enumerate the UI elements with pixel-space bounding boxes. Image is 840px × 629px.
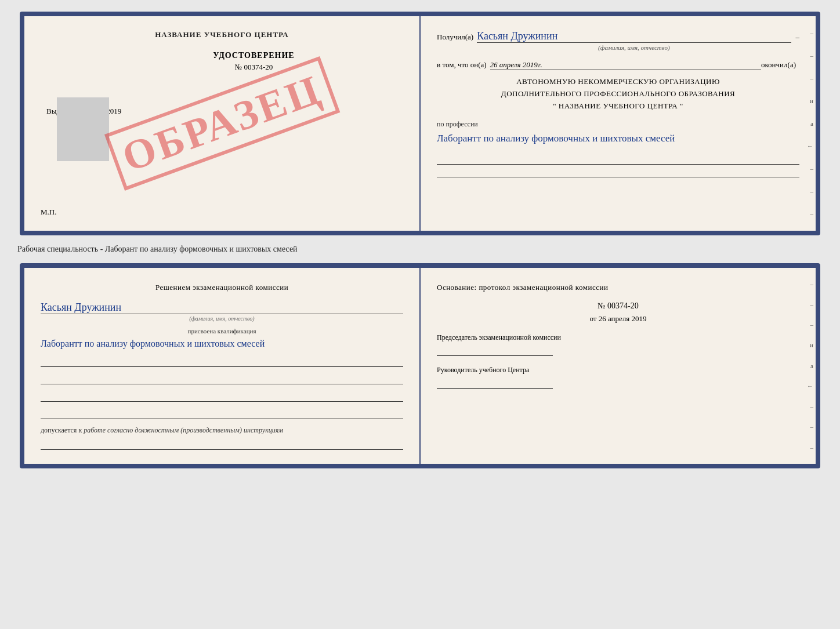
- prisvoena-label: присвоена квалификация: [41, 328, 403, 335]
- cert-school-title: НАЗВАНИЕ УЧЕБНОГО ЦЕНТРА: [41, 30, 403, 39]
- recipient-line: Получил(а) Касьян Дружинин (фамилия, имя…: [437, 30, 799, 51]
- protocol-date: от 26 апреля 2019: [437, 314, 799, 323]
- protocol-number: № 00374-20: [437, 301, 799, 311]
- commission-right-panel: Основание: протокол экзаменационной коми…: [421, 268, 816, 464]
- cert-number: № 00374-20: [104, 63, 403, 72]
- rukovoditel-title: Руководитель учебного Центра: [437, 365, 799, 375]
- right-line-2: [437, 167, 799, 177]
- cert-photo-placeholder: [57, 97, 109, 161]
- profession-block: по профессии Лаборантт по анализу формов…: [437, 120, 799, 146]
- vtom-line: в том, что он(а) 26 апреля 2019г. окончи…: [437, 60, 799, 70]
- rukovoditel-block: Руководитель учебного Центра: [437, 365, 799, 389]
- commission-name-line: Касьян Дружинин: [41, 301, 403, 314]
- edge-marks-right: – – – и а ← – – –: [798, 16, 816, 231]
- commission-title: Решением экзаменационной комиссии: [41, 282, 403, 293]
- chairman-block: Председатель экзаменационной комиссии: [437, 333, 799, 357]
- bottom-commission-card: Решением экзаменационной комиссии Касьян…: [20, 263, 820, 468]
- cert-center: УДОСТОВЕРЕНИЕ № 00374-20: [104, 51, 403, 72]
- cert-left-panel: НАЗВАНИЕ УЧЕБНОГО ЦЕНТРА УДОСТОВЕРЕНИЕ №…: [24, 16, 421, 231]
- bottom-line-4: [41, 409, 403, 419]
- vtom-date: 26 апреля 2019г.: [490, 60, 761, 70]
- org-line3: " НАЗВАНИЕ УЧЕБНОГО ЦЕНТРА ": [437, 100, 799, 112]
- protocol-date-prefix: от: [589, 314, 596, 323]
- chairman-title: Председатель экзаменационной комиссии: [437, 333, 799, 343]
- top-certificate-card: НАЗВАНИЕ УЧЕБНОГО ЦЕНТРА УДОСТОВЕРЕНИЕ №…: [20, 12, 820, 235]
- recipient-name: Касьян Дружинин: [477, 30, 791, 43]
- osnov-block: Основание: протокол экзаменационной коми…: [437, 282, 799, 389]
- org-name-block: АВТОНОМНУЮ НЕКОММЕРЧЕСКУЮ ОРГАНИЗАЦИЮ ДО…: [437, 76, 799, 112]
- profession-handwritten: Лаборантт по анализу формовочных и шихто…: [437, 131, 799, 146]
- okonchil-label: окончил(а): [761, 60, 796, 70]
- specialty-text: Рабочая специальность - Лаборант по анал…: [12, 245, 298, 254]
- bottom-line-1: [41, 357, 403, 367]
- name-subtext: (фамилия, имя, отчество): [477, 44, 791, 51]
- dopuskaetsya-text: работе согласно должностным (производств…: [84, 426, 283, 434]
- poluchil-label: Получил(а): [437, 32, 473, 42]
- bottom-edge-marks: – – – и а ← – – –: [798, 268, 816, 464]
- profession-label: по профессии: [437, 120, 799, 129]
- osnov-label: Основание: протокол экзаменационной коми…: [437, 282, 799, 293]
- commission-name: Касьян Дружинин: [41, 301, 121, 313]
- bottom-line-5: [41, 439, 403, 450]
- right-extra-lines: [437, 154, 799, 177]
- bottom-line-3: [41, 391, 403, 402]
- right-line-1: [437, 154, 799, 165]
- rukovoditel-sig-line: [437, 379, 553, 389]
- org-line2: ДОПОЛНИТЕЛЬНОГО ПРОФЕССИОНАЛЬНОГО ОБРАЗО…: [437, 88, 799, 100]
- dopuskaetsya-label: допускается к: [41, 426, 82, 434]
- commission-name-subtext: (фамилия, имя, отчество): [41, 315, 403, 322]
- cert-mp: М.П.: [41, 208, 403, 217]
- qualification-handwritten: Лаборантт по анализу формовочных и шихто…: [41, 337, 403, 351]
- vtom-label: в том, что он(а): [437, 60, 487, 70]
- bottom-line-2: [41, 374, 403, 384]
- commission-left-panel: Решением экзаменационной комиссии Касьян…: [24, 268, 421, 464]
- cert-udostoverenie-label: УДОСТОВЕРЕНИЕ: [104, 51, 403, 60]
- cert-right-panel: Получил(а) Касьян Дружинин (фамилия, имя…: [421, 16, 816, 231]
- bottom-extra-lines: [41, 357, 403, 419]
- chairman-sig-line: [437, 346, 553, 356]
- protocol-date-value: 26 апреля 2019: [599, 314, 647, 323]
- dopuskaetsya-block: допускается к работе согласно должностны…: [41, 426, 403, 435]
- org-line1: АВТОНОМНУЮ НЕКОММЕРЧЕСКУЮ ОРГАНИЗАЦИЮ: [437, 76, 799, 88]
